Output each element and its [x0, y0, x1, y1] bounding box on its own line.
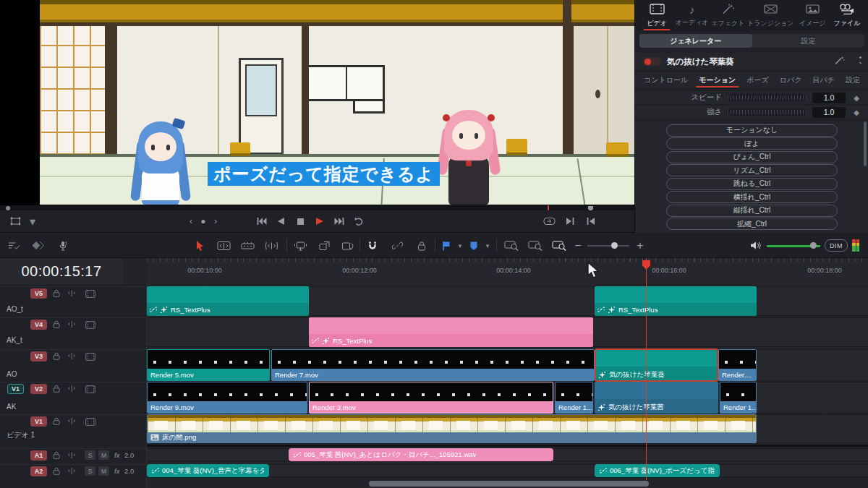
- track-autoselect-icon[interactable]: ‹|›: [68, 467, 76, 474]
- keyframe-diamond-icon[interactable]: ◆: [851, 94, 861, 102]
- clip-RS_TextPlus[interactable]: RS_TextPlus: [147, 286, 309, 316]
- viewer-scrub-bar[interactable]: [0, 205, 634, 210]
- solo-button[interactable]: S: [85, 466, 95, 476]
- clip-Render 3.mov[interactable]: Render 3.mov: [309, 382, 553, 414]
- razor-edit-icon[interactable]: [238, 233, 257, 258]
- timeline-zoom-slider[interactable]: [587, 245, 629, 247]
- zoom-out-icon[interactable]: −: [569, 233, 587, 258]
- lock-icon[interactable]: [53, 289, 60, 297]
- zoom-fit-icon[interactable]: [502, 233, 521, 258]
- track-autoselect-icon[interactable]: ‹|›: [68, 451, 76, 458]
- insert-clip-icon[interactable]: [291, 233, 310, 258]
- clip-004_琴葉 葵(NV)_音声と字幕をタイ...[interactable]: 004_琴葉 葵(NV)_音声と字幕をタイ...: [147, 464, 269, 477]
- zoom-slider-handle[interactable]: [611, 242, 618, 249]
- param-slider[interactable]: [728, 108, 807, 116]
- track-badge-A1[interactable]: A1: [30, 450, 47, 461]
- zoom-custom-icon[interactable]: [550, 233, 569, 258]
- track-badge-V2[interactable]: V2: [30, 384, 47, 394]
- mic-icon[interactable]: [54, 233, 72, 258]
- clip-Render 1...[interactable]: Render 1...: [720, 382, 757, 414]
- zoom-detail-icon[interactable]: [526, 233, 545, 258]
- chevron-down-icon[interactable]: ▾: [25, 213, 41, 229]
- param-slider[interactable]: [728, 94, 807, 101]
- trim-edit-icon[interactable]: [214, 233, 233, 258]
- thumbnail-view-icon[interactable]: [85, 290, 95, 298]
- mute-button[interactable]: M: [98, 466, 109, 476]
- clip-Render 1...[interactable]: Render 1...: [555, 382, 593, 414]
- clip-気の抜けた琴葉茜[interactable]: 気の抜けた琴葉茜: [595, 382, 718, 414]
- thumbnail-view-icon[interactable]: [85, 385, 95, 393]
- range-play-icon[interactable]: [541, 213, 557, 229]
- thumbnail-view-icon[interactable]: [85, 321, 95, 329]
- magnet-icon[interactable]: [363, 233, 382, 258]
- speaker-icon[interactable]: [746, 233, 765, 258]
- tab-イメージ[interactable]: イメージ: [796, 0, 828, 30]
- clip-Render 7.mov[interactable]: Render 7.mov: [271, 349, 595, 381]
- timeline-ruler[interactable]: 00:00:10:0000:00:12:0000:00:14:0000:00:1…: [147, 258, 868, 284]
- clip-Render....[interactable]: Render....: [718, 349, 757, 381]
- preset-button-跳ねる_Ctrl[interactable]: 跳ねる_Ctrl: [666, 178, 838, 190]
- prev-clip-icon[interactable]: [583, 213, 599, 229]
- jog-control[interactable]: ‹ ● ›: [190, 216, 220, 226]
- thumbnail-view-icon[interactable]: [85, 418, 95, 426]
- clip-006_琴葉 葵(NV)_ポーズだって指定で...[interactable]: 006_琴葉 葵(NV)_ポーズだって指定で...: [595, 464, 720, 477]
- lock-icon[interactable]: [53, 385, 60, 393]
- generator-enable-toggle[interactable]: [642, 57, 661, 66]
- first-frame-icon[interactable]: [253, 213, 269, 229]
- transform-icon[interactable]: [7, 213, 23, 229]
- lock-icon[interactable]: [53, 352, 60, 360]
- overwrite-clip-icon[interactable]: [315, 233, 333, 258]
- tab-エフェクト[interactable]: エフェクト: [711, 0, 744, 30]
- track-badge-V4[interactable]: V4: [30, 320, 47, 330]
- param-value[interactable]: 1.0: [812, 107, 846, 118]
- clip-Render 5.mov[interactable]: Render 5.mov: [147, 349, 270, 381]
- generator-tab-ポーズ[interactable]: ポーズ: [745, 72, 770, 88]
- track-badge-V1[interactable]: V1: [30, 416, 47, 427]
- clip-気の抜けた琴葉葵[interactable]: 気の抜けた琴葉葵: [595, 349, 718, 381]
- preset-button-リズム_Ctrl[interactable]: リズム_Ctrl: [666, 164, 838, 176]
- param-value[interactable]: 1.0: [812, 93, 846, 103]
- clip-床の間.png[interactable]: 床の間.png: [147, 414, 757, 443]
- timeline-options-icon[interactable]: [4, 233, 23, 258]
- track-autoselect-icon[interactable]: ‹|›: [68, 352, 76, 359]
- position-lock-icon[interactable]: [412, 233, 431, 258]
- track-autoselect-icon[interactable]: ‹|›: [68, 417, 76, 424]
- tab-トランジション[interactable]: トランジション: [747, 0, 793, 30]
- preset-button-モーションなし[interactable]: モーションなし: [666, 124, 838, 137]
- volume-slider[interactable]: [767, 245, 820, 247]
- track-badge-A2[interactable]: A2: [30, 466, 47, 476]
- generator-tab-設定[interactable]: 設定: [844, 72, 861, 88]
- clip-Render 9.mov[interactable]: Render 9.mov: [147, 382, 307, 414]
- lock-icon[interactable]: [53, 417, 60, 425]
- clip-RS_TextPlus[interactable]: RS_TextPlus: [595, 286, 757, 316]
- generator-tab-コントロール[interactable]: コントロール: [642, 72, 689, 88]
- stop-icon[interactable]: [292, 213, 308, 229]
- keyframe-diamond-icon[interactable]: ◆: [851, 108, 861, 116]
- track-autoselect-icon[interactable]: ‹|›: [68, 289, 76, 296]
- clip-RS_TextPlus[interactable]: RS_TextPlus: [309, 317, 593, 347]
- play-icon[interactable]: [312, 213, 328, 229]
- track-autoselect-icon[interactable]: ‹|›: [68, 385, 76, 392]
- preset-button-横揺れ_Ctrl[interactable]: 横揺れ_Ctrl: [666, 191, 838, 203]
- reverse-play-icon[interactable]: [273, 213, 289, 229]
- mute-button[interactable]: M: [98, 450, 109, 460]
- chevron-down-icon[interactable]: ▾: [478, 233, 497, 258]
- track-autoselect-icon[interactable]: ‹|›: [68, 320, 76, 328]
- clip-005_琴葉 茜(NV)_あとはロパク・目パチ..._105921.wav[interactable]: 005_琴葉 茜(NV)_あとはロパク・目パチ..._105921.wav: [289, 448, 553, 461]
- generator-tab-目パチ[interactable]: 目パチ: [811, 72, 835, 88]
- dynamic-trim-icon[interactable]: [262, 233, 281, 258]
- subtab-ジェネレーター[interactable]: ジェネレーター: [639, 34, 752, 48]
- thumbnail-view-icon[interactable]: [85, 353, 95, 361]
- tab-ビデオ[interactable]: ビデオ: [641, 0, 673, 30]
- tab-ファイル[interactable]: ファイル: [831, 0, 863, 30]
- inspector-scrollbar[interactable]: [864, 121, 867, 166]
- dim-button[interactable]: DIM: [825, 239, 848, 252]
- preset-button-ぴょん_Ctrl[interactable]: ぴょん_Ctrl: [666, 151, 838, 163]
- next-clip-icon[interactable]: [562, 213, 578, 229]
- clip-color-icon[interactable]: [29, 233, 48, 258]
- track-badge-V5[interactable]: V5: [30, 288, 47, 299]
- horizontal-scrollbar[interactable]: [369, 481, 649, 487]
- volume-handle[interactable]: [810, 242, 817, 249]
- replace-clip-icon[interactable]: [339, 233, 357, 258]
- preset-button-縦揺れ_Ctrl[interactable]: 縦揺れ_Ctrl: [666, 205, 838, 217]
